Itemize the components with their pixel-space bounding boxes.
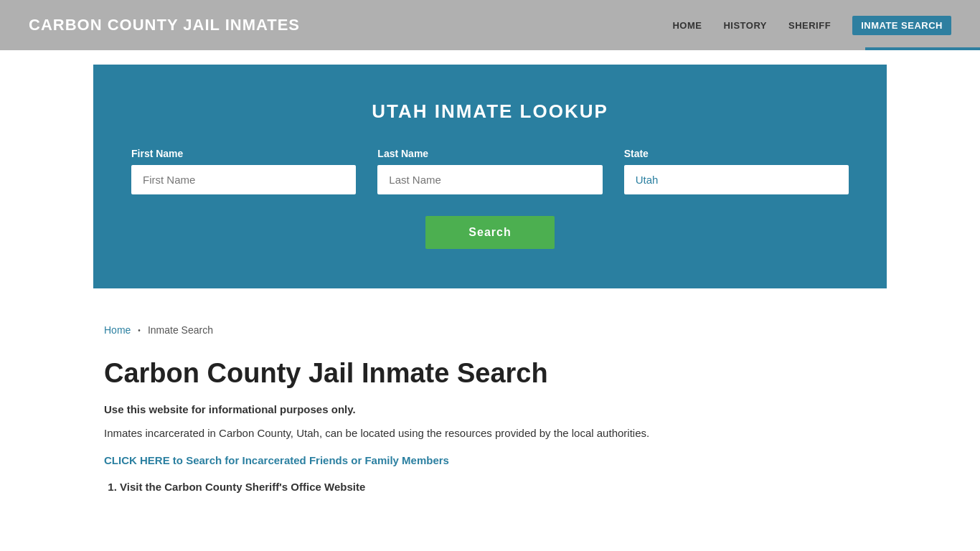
banner-title: UTAH INMATE LOOKUP bbox=[372, 100, 608, 123]
search-button[interactable]: Search bbox=[425, 216, 554, 249]
header-underline bbox=[865, 47, 980, 50]
main-nav: HOME HISTORY SHERIFF INMATE SEARCH bbox=[672, 16, 951, 35]
nav-history[interactable]: HISTORY bbox=[723, 20, 767, 31]
breadcrumb: Home • Inmate Search bbox=[0, 303, 980, 343]
main-content: Carbon County Jail Inmate Search Use thi… bbox=[0, 343, 980, 526]
info-text-bold: Use this website for informational purpo… bbox=[104, 403, 876, 415]
first-name-input[interactable] bbox=[131, 165, 356, 194]
nav-inmate-search[interactable]: INMATE SEARCH bbox=[852, 16, 951, 35]
site-header: CARBON COUNTY JAIL INMATES HOME HISTORY … bbox=[0, 0, 980, 50]
last-name-group: Last Name bbox=[377, 148, 602, 194]
nav-sheriff[interactable]: SHERIFF bbox=[788, 20, 831, 31]
nav-home[interactable]: HOME bbox=[672, 20, 702, 31]
site-title: CARBON COUNTY JAIL INMATES bbox=[29, 16, 300, 34]
last-name-label: Last Name bbox=[377, 148, 602, 159]
info-text: Inmates incarcerated in Carbon County, U… bbox=[104, 425, 876, 442]
state-group: State bbox=[624, 148, 849, 194]
click-here-link[interactable]: CLICK HERE to Search for Incarcerated Fr… bbox=[104, 454, 876, 466]
breadcrumb-home-link[interactable]: Home bbox=[104, 324, 131, 336]
breadcrumb-current-page: Inmate Search bbox=[148, 324, 213, 336]
page-title: Carbon County Jail Inmate Search bbox=[104, 357, 876, 390]
last-name-input[interactable] bbox=[377, 165, 602, 194]
first-name-group: First Name bbox=[131, 148, 356, 194]
state-input[interactable] bbox=[624, 165, 849, 194]
search-fields: First Name Last Name State bbox=[131, 148, 849, 194]
steps-list: Visit the Carbon County Sheriff's Office… bbox=[104, 481, 876, 493]
search-banner: UTAH INMATE LOOKUP First Name Last Name … bbox=[93, 65, 887, 288]
state-label: State bbox=[624, 148, 849, 159]
list-item-1: Visit the Carbon County Sheriff's Office… bbox=[120, 481, 876, 493]
first-name-label: First Name bbox=[131, 148, 356, 159]
breadcrumb-separator: • bbox=[138, 326, 141, 334]
